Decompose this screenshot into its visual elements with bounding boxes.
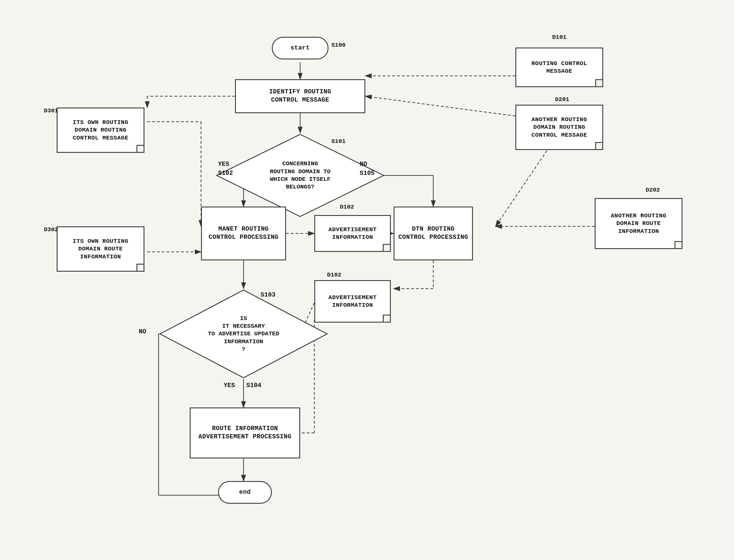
another-routing-domain-route-box: ANOTHER ROUTINGDOMAIN ROUTEINFORMATION: [595, 198, 682, 249]
d201-label: D201: [555, 96, 569, 103]
s104-label: S104: [246, 382, 261, 389]
routing-control-msg-box: ROUTING CONTROLMESSAGE: [515, 48, 603, 87]
d102-label-1: D102: [340, 204, 354, 210]
s101-label: S101: [331, 138, 345, 145]
s105-label: S105: [359, 170, 375, 177]
start-box: start: [272, 37, 328, 59]
advertise-diamond: ISIT NECESSARYTO ADVERTISE UPDATEDINFORM…: [159, 289, 328, 379]
own-routing-domain-msg-box: ITS OWN ROUTINGDOMAIN ROUTINGCONTROL MES…: [57, 108, 144, 153]
dtn-box: DTN ROUTINGCONTROL PROCESSING: [394, 207, 473, 260]
flowchart-diagram: start S100 IDENTIFY ROUTINGCONTROL MESSA…: [0, 0, 734, 560]
end-box: end: [218, 481, 272, 504]
yes-left-label: YES: [218, 161, 229, 168]
d101-label: D101: [552, 34, 566, 40]
s103-label: S103: [260, 291, 275, 299]
d102-label-2: D102: [327, 272, 341, 278]
advertisement-info-1-box: ADVERTISEMENTINFORMATION: [314, 215, 391, 252]
own-route-info-box: ITS OWN ROUTINGDOMAIN ROUTEINFORMATION: [57, 226, 144, 272]
s102-label: S102: [218, 170, 233, 177]
d301-label: D301: [44, 108, 58, 114]
identify-box: IDENTIFY ROUTINGCONTROL MESSAGE: [235, 79, 365, 113]
svg-line-17: [365, 96, 515, 116]
route-info-adv-box: ROUTE INFORMATIONADVERTISEMENT PROCESSIN…: [190, 407, 300, 458]
advertisement-info-2-box: ADVERTISEMENTINFORMATION: [314, 280, 391, 323]
no-bottom-label: NO: [139, 328, 146, 335]
s100-label: S100: [331, 42, 345, 48]
yes-bottom-label: YES: [224, 382, 235, 389]
another-routing-domain-msg-box: ANOTHER ROUTINGDOMAIN ROUTINGCONTROL MES…: [515, 105, 603, 150]
no-right-label: NO: [359, 161, 367, 168]
d302-label: D302: [44, 226, 58, 233]
manet-box: MANET ROUTINGCONTROL PROCESSING: [201, 207, 286, 260]
svg-line-18: [496, 139, 555, 226]
d202-label: D202: [646, 187, 660, 193]
